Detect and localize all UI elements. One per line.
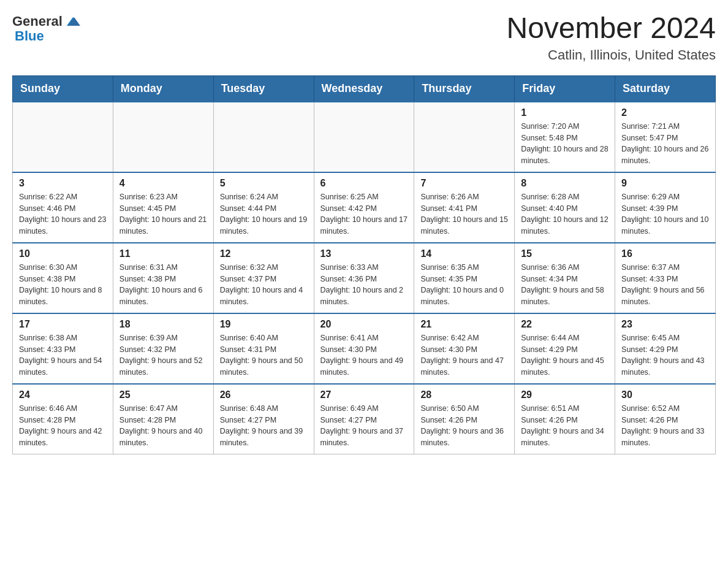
calendar-cell: 24Sunrise: 6:46 AMSunset: 4:28 PMDayligh… — [13, 384, 113, 454]
day-info: Sunrise: 7:21 AMSunset: 5:47 PMDaylight:… — [621, 121, 709, 167]
week-row-4: 17Sunrise: 6:38 AMSunset: 4:33 PMDayligh… — [13, 313, 716, 384]
calendar-cell: 9Sunrise: 6:29 AMSunset: 4:39 PMDaylight… — [615, 172, 716, 243]
calendar-cell: 10Sunrise: 6:30 AMSunset: 4:38 PMDayligh… — [13, 243, 113, 313]
day-number: 7 — [420, 178, 508, 189]
day-number: 21 — [420, 319, 508, 330]
calendar-cell: 6Sunrise: 6:25 AMSunset: 4:42 PMDaylight… — [314, 172, 414, 243]
day-number: 27 — [320, 389, 408, 400]
calendar-cell: 13Sunrise: 6:33 AMSunset: 4:36 PMDayligh… — [314, 243, 414, 313]
day-number: 22 — [521, 319, 609, 330]
calendar-cell — [414, 102, 515, 172]
calendar-cell: 23Sunrise: 6:45 AMSunset: 4:29 PMDayligh… — [615, 313, 716, 384]
day-info: Sunrise: 6:51 AMSunset: 4:26 PMDaylight:… — [521, 403, 609, 449]
day-number: 18 — [119, 319, 207, 330]
calendar-cell: 28Sunrise: 6:50 AMSunset: 4:26 PMDayligh… — [414, 384, 515, 454]
day-number: 30 — [621, 389, 709, 400]
month-title: November 2024 — [506, 12, 716, 45]
location-title: Catlin, Illinois, United States — [506, 47, 716, 63]
day-number: 5 — [220, 178, 308, 189]
day-number: 10 — [19, 248, 107, 259]
day-number: 16 — [621, 248, 709, 259]
calendar-cell: 20Sunrise: 6:41 AMSunset: 4:30 PMDayligh… — [314, 313, 414, 384]
calendar-cell — [13, 102, 113, 172]
day-header-sunday: Sunday — [13, 75, 113, 102]
calendar-cell: 1Sunrise: 7:20 AMSunset: 5:48 PMDaylight… — [515, 102, 615, 172]
day-info: Sunrise: 6:32 AMSunset: 4:37 PMDaylight:… — [220, 262, 308, 308]
page-header: General Blue November 2024 Catlin, Illin… — [12, 12, 716, 63]
calendar-cell: 5Sunrise: 6:24 AMSunset: 4:44 PMDaylight… — [213, 172, 314, 243]
day-info: Sunrise: 6:45 AMSunset: 4:29 PMDaylight:… — [621, 332, 709, 378]
day-number: 20 — [320, 319, 408, 330]
logo-icon — [64, 12, 82, 31]
day-info: Sunrise: 6:49 AMSunset: 4:27 PMDaylight:… — [320, 403, 408, 449]
day-info: Sunrise: 6:35 AMSunset: 4:35 PMDaylight:… — [420, 262, 508, 308]
day-info: Sunrise: 6:24 AMSunset: 4:44 PMDaylight:… — [220, 191, 308, 237]
day-header-monday: Monday — [113, 75, 213, 102]
day-info: Sunrise: 6:48 AMSunset: 4:27 PMDaylight:… — [220, 403, 308, 449]
logo-general-text: General — [12, 13, 63, 29]
logo-blue-text: Blue — [15, 28, 44, 44]
day-info: Sunrise: 6:30 AMSunset: 4:38 PMDaylight:… — [19, 262, 107, 308]
day-info: Sunrise: 6:37 AMSunset: 4:33 PMDaylight:… — [621, 262, 709, 308]
week-row-5: 24Sunrise: 6:46 AMSunset: 4:28 PMDayligh… — [13, 384, 716, 454]
day-info: Sunrise: 6:44 AMSunset: 4:29 PMDaylight:… — [521, 332, 609, 378]
day-header-thursday: Thursday — [414, 75, 515, 102]
day-header-wednesday: Wednesday — [314, 75, 414, 102]
calendar-cell: 2Sunrise: 7:21 AMSunset: 5:47 PMDaylight… — [615, 102, 716, 172]
day-number: 3 — [19, 178, 107, 189]
day-info: Sunrise: 6:39 AMSunset: 4:32 PMDaylight:… — [119, 332, 207, 378]
calendar-cell: 21Sunrise: 6:42 AMSunset: 4:30 PMDayligh… — [414, 313, 515, 384]
day-number: 25 — [119, 389, 207, 400]
calendar-cell: 4Sunrise: 6:23 AMSunset: 4:45 PMDaylight… — [113, 172, 213, 243]
calendar-cell: 22Sunrise: 6:44 AMSunset: 4:29 PMDayligh… — [515, 313, 615, 384]
calendar-cell: 26Sunrise: 6:48 AMSunset: 4:27 PMDayligh… — [213, 384, 314, 454]
day-number: 1 — [521, 107, 609, 118]
calendar-cell: 25Sunrise: 6:47 AMSunset: 4:28 PMDayligh… — [113, 384, 213, 454]
day-number: 15 — [521, 248, 609, 259]
day-info: Sunrise: 6:41 AMSunset: 4:30 PMDaylight:… — [320, 332, 408, 378]
day-number: 6 — [320, 178, 408, 189]
calendar-cell: 18Sunrise: 6:39 AMSunset: 4:32 PMDayligh… — [113, 313, 213, 384]
calendar-cell: 7Sunrise: 6:26 AMSunset: 4:41 PMDaylight… — [414, 172, 515, 243]
week-row-3: 10Sunrise: 6:30 AMSunset: 4:38 PMDayligh… — [13, 243, 716, 313]
day-number: 24 — [19, 389, 107, 400]
day-number: 29 — [521, 389, 609, 400]
day-info: Sunrise: 6:46 AMSunset: 4:28 PMDaylight:… — [19, 403, 107, 449]
day-header-saturday: Saturday — [615, 75, 716, 102]
day-info: Sunrise: 6:50 AMSunset: 4:26 PMDaylight:… — [420, 403, 508, 449]
calendar-cell: 27Sunrise: 6:49 AMSunset: 4:27 PMDayligh… — [314, 384, 414, 454]
calendar-cell: 16Sunrise: 6:37 AMSunset: 4:33 PMDayligh… — [615, 243, 716, 313]
header-row: SundayMondayTuesdayWednesdayThursdayFrid… — [13, 75, 716, 102]
day-header-friday: Friday — [515, 75, 615, 102]
calendar-cell: 19Sunrise: 6:40 AMSunset: 4:31 PMDayligh… — [213, 313, 314, 384]
calendar-cell: 15Sunrise: 6:36 AMSunset: 4:34 PMDayligh… — [515, 243, 615, 313]
day-number: 9 — [621, 178, 709, 189]
calendar-cell: 17Sunrise: 6:38 AMSunset: 4:33 PMDayligh… — [13, 313, 113, 384]
day-number: 4 — [119, 178, 207, 189]
day-info: Sunrise: 6:29 AMSunset: 4:39 PMDaylight:… — [621, 191, 709, 237]
calendar-cell — [314, 102, 414, 172]
day-info: Sunrise: 6:31 AMSunset: 4:38 PMDaylight:… — [119, 262, 207, 308]
day-info: Sunrise: 6:26 AMSunset: 4:41 PMDaylight:… — [420, 191, 508, 237]
logo: General Blue — [12, 12, 82, 44]
day-info: Sunrise: 6:42 AMSunset: 4:30 PMDaylight:… — [420, 332, 508, 378]
day-info: Sunrise: 6:47 AMSunset: 4:28 PMDaylight:… — [119, 403, 207, 449]
day-info: Sunrise: 6:23 AMSunset: 4:45 PMDaylight:… — [119, 191, 207, 237]
day-number: 8 — [521, 178, 609, 189]
calendar-cell: 30Sunrise: 6:52 AMSunset: 4:26 PMDayligh… — [615, 384, 716, 454]
day-number: 17 — [19, 319, 107, 330]
calendar-cell: 12Sunrise: 6:32 AMSunset: 4:37 PMDayligh… — [213, 243, 314, 313]
day-info: Sunrise: 6:25 AMSunset: 4:42 PMDaylight:… — [320, 191, 408, 237]
day-info: Sunrise: 6:28 AMSunset: 4:40 PMDaylight:… — [521, 191, 609, 237]
calendar-cell: 29Sunrise: 6:51 AMSunset: 4:26 PMDayligh… — [515, 384, 615, 454]
calendar-cell: 3Sunrise: 6:22 AMSunset: 4:46 PMDaylight… — [13, 172, 113, 243]
day-number: 11 — [119, 248, 207, 259]
day-number: 23 — [621, 319, 709, 330]
day-number: 19 — [220, 319, 308, 330]
calendar-table: SundayMondayTuesdayWednesdayThursdayFrid… — [12, 75, 716, 454]
calendar-cell: 14Sunrise: 6:35 AMSunset: 4:35 PMDayligh… — [414, 243, 515, 313]
title-block: November 2024 Catlin, Illinois, United S… — [506, 12, 716, 63]
day-info: Sunrise: 6:52 AMSunset: 4:26 PMDaylight:… — [621, 403, 709, 449]
day-info: Sunrise: 7:20 AMSunset: 5:48 PMDaylight:… — [521, 121, 609, 167]
day-number: 13 — [320, 248, 408, 259]
